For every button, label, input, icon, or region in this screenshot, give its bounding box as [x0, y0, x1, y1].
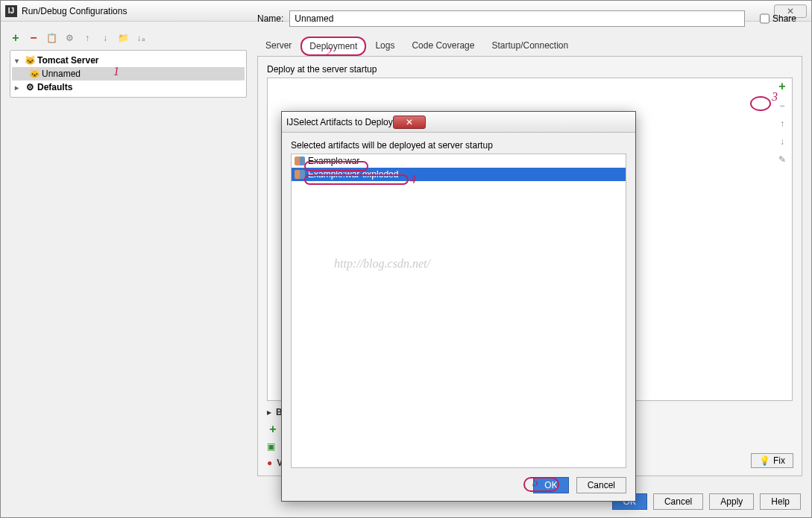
- add-config-icon[interactable]: +: [10, 32, 22, 44]
- deploy-up-icon[interactable]: ↑: [780, 119, 784, 129]
- settings-icon[interactable]: ⚙: [63, 32, 75, 44]
- copy-config-icon[interactable]: 📋: [45, 32, 57, 44]
- collapse-icon[interactable]: ▸: [267, 407, 271, 417]
- fix-button[interactable]: 💡 Fix: [751, 453, 793, 468]
- deploy-edit-icon[interactable]: ✎: [778, 154, 786, 165]
- tab-deployment[interactable]: Deployment: [300, 37, 366, 56]
- share-label: Share: [772, 13, 796, 24]
- build-step-icon: ▣: [267, 441, 275, 452]
- share-check[interactable]: [760, 10, 769, 27]
- tabs: Server Deployment Logs Code Coverage Sta…: [257, 37, 802, 57]
- deploy-down-icon[interactable]: ↓: [780, 136, 784, 147]
- tab-server[interactable]: Server: [257, 37, 300, 56]
- app-icon: IJ: [5, 5, 17, 17]
- footer: OK Cancel Apply Help: [612, 493, 801, 510]
- artifact-icon: [295, 157, 305, 165]
- dialog-cancel-button[interactable]: Cancel: [576, 477, 626, 493]
- defaults-icon: ⚙: [24, 82, 36, 92]
- window-title: Run/Debug Configurations: [22, 6, 127, 16]
- expand-icon[interactable]: ▸: [15, 83, 24, 92]
- deploy-add-icon[interactable]: +: [778, 80, 785, 93]
- run-debug-window: IJ Run/Debug Configurations ✕ + − 📋 ⚙ ↑ …: [0, 0, 812, 518]
- artifact-icon: [295, 170, 305, 179]
- expand-icon[interactable]: ▾: [15, 57, 24, 65]
- cancel-button[interactable]: Cancel: [653, 493, 703, 510]
- annotation-circle-ok: [523, 477, 559, 492]
- annotation-underline-exploded: [304, 174, 409, 185]
- tree-node-tomcat[interactable]: ▾ 🐱 Tomcat Server: [12, 54, 245, 67]
- tree-label: Tomcat Server: [37, 55, 98, 66]
- apply-button[interactable]: Apply: [709, 493, 754, 510]
- move-down-icon[interactable]: ↓: [99, 32, 111, 44]
- before-launch-add-icon[interactable]: +: [267, 423, 279, 435]
- tab-coverage[interactable]: Code Coverage: [403, 37, 482, 56]
- sort-icon[interactable]: ↓ₐ: [135, 32, 147, 44]
- tree-label: Defaults: [37, 82, 72, 92]
- dialog-title: Select Artifacts to Deploy: [293, 117, 392, 127]
- tomcat-local-icon: 🐱: [28, 69, 40, 79]
- tree-node-defaults[interactable]: ▸ ⚙ Defaults: [12, 80, 245, 94]
- dialog-subtitle: Selected artifacts will be deployed at s…: [291, 140, 626, 151]
- name-label: Name:: [257, 13, 283, 24]
- tab-startup[interactable]: Startup/Connection: [483, 37, 576, 56]
- remove-config-icon[interactable]: −: [28, 32, 40, 44]
- tomcat-icon: 🐱: [24, 55, 36, 66]
- dialog-app-icon: IJ: [286, 117, 293, 127]
- left-toolbar: + − 📋 ⚙ ↑ ↓ 📁 ↓ₐ: [10, 29, 247, 47]
- tab-logs[interactable]: Logs: [367, 37, 403, 56]
- deploy-label: Deploy at the server startup: [267, 64, 793, 75]
- dialog-titlebar: IJ Select Artifacts to Deploy ✕: [282, 112, 635, 133]
- fix-label: Fix: [773, 455, 785, 466]
- annotation-underline-war: [304, 161, 368, 171]
- artifact-list[interactable]: Example:war Example:war exploded http://…: [291, 154, 626, 468]
- bulb-icon: 💡: [759, 455, 770, 466]
- warning-icon: ●: [267, 458, 272, 468]
- share-checkbox[interactable]: Share: [757, 8, 796, 29]
- help-button[interactable]: Help: [760, 493, 801, 510]
- deploy-remove-icon[interactable]: −: [779, 101, 784, 111]
- name-input[interactable]: [289, 10, 745, 27]
- tree-node-unnamed[interactable]: 🐱 Unnamed: [12, 67, 245, 80]
- annotation-3-circle: [750, 96, 771, 111]
- config-tree[interactable]: ▾ 🐱 Tomcat Server 🐱 Unnamed ▸ ⚙ Defaults: [10, 50, 247, 98]
- tree-label: Unnamed: [42, 69, 81, 79]
- move-up-icon[interactable]: ↑: [81, 32, 93, 44]
- dialog-close-button[interactable]: ✕: [393, 116, 426, 129]
- select-artifacts-dialog: IJ Select Artifacts to Deploy ✕ Selected…: [281, 111, 636, 502]
- deploy-side-toolbar: + − ↑ ↓ ✎: [772, 78, 792, 400]
- folder-icon[interactable]: 📁: [117, 32, 129, 44]
- watermark: http://blog.csdn.net/: [334, 257, 430, 271]
